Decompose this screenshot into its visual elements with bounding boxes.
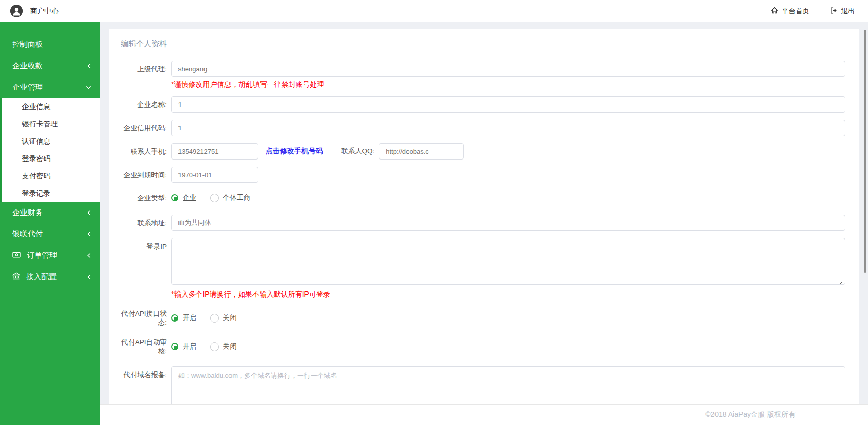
domain-report-label: 代付域名报备: [121, 366, 167, 404]
app-title: 商户中心 [30, 7, 59, 16]
brand-wrap: 商户中心 [10, 5, 59, 17]
chevron-down-icon [86, 85, 91, 90]
topnav: 平台首页 退出 [771, 7, 855, 16]
form-row-login-ip: 登录IP *输入多个IP请换行，如果不输入默认所有IP可登录 [121, 238, 845, 299]
form-row-api-status: 代付API接口状态: 开启 关闭 [121, 309, 845, 327]
sidebar-item-label: 控制面板 [12, 40, 43, 49]
radio-label: 开启 [183, 313, 196, 323]
radio-label: 个体工商 [223, 193, 250, 202]
form-row-parent-agent: 上级代理: *谨慎修改用户信息，胡乱填写一律禁封账号处理 [121, 61, 845, 89]
api-status-label: 代付API接口状态: [121, 309, 167, 327]
topbar: 商户中心 平台首页 退出 [0, 0, 868, 22]
vertical-scrollbar[interactable] [864, 30, 866, 273]
main-area: 编辑个人资料 上级代理: *谨慎修改用户信息，胡乱填写一律禁封账号处理 企业名称… [100, 22, 868, 425]
expire-date-input[interactable] [171, 167, 258, 183]
radio-circle-icon [210, 194, 219, 202]
radio-circle-icon [171, 343, 178, 350]
logout-link[interactable]: 退出 [830, 7, 855, 16]
api-auto-audit-radio-on[interactable]: 开启 [171, 342, 196, 351]
change-phone-link[interactable]: 点击修改手机号码 [266, 147, 323, 156]
company-type-radio-enterprise[interactable]: 企业 [171, 193, 196, 202]
form-row-company-name: 企业名称: [121, 96, 845, 113]
parent-agent-input[interactable] [171, 61, 845, 77]
enterprise-management-submenu: 企业信息 银行卡管理 认证信息 登录密码 支付密码 登录记录 [0, 98, 100, 202]
sidebar-subitem-login-records[interactable]: 登录记录 [2, 184, 100, 202]
form-row-contact-address: 联系地址: [121, 215, 845, 231]
api-status-radio-off[interactable]: 关闭 [210, 313, 237, 323]
company-name-label: 企业名称: [121, 96, 167, 113]
sidebar: 控制面板 企业收款 企业管理 企业信息 银行卡管理 认证信息 登录密码 支付密码… [0, 22, 100, 425]
logout-label: 退出 [841, 7, 855, 16]
sidebar-item-enterprise-management[interactable]: 企业管理 [0, 76, 100, 98]
form-row-contact-phone: 联系人手机: 点击修改手机号码 联系人QQ: [121, 143, 845, 160]
radio-circle-icon [210, 342, 219, 351]
sidebar-item-order-management[interactable]: 订单管理 [0, 245, 100, 266]
chevron-left-icon [87, 210, 91, 216]
api-status-radio-on[interactable]: 开启 [171, 313, 196, 323]
sidebar-item-label: 企业财务 [12, 208, 43, 218]
platform-home-link[interactable]: 平台首页 [771, 7, 809, 16]
login-ip-note: *输入多个IP请换行，如果不输入默认所有IP可登录 [171, 290, 845, 299]
contact-qq-input[interactable] [379, 143, 464, 160]
sidebar-item-label: 银联代付 [12, 229, 43, 239]
banknote-icon [12, 251, 21, 260]
company-type-radio-individual[interactable]: 个体工商 [210, 193, 250, 202]
sidebar-item-label: 企业收款 [12, 61, 43, 71]
logout-icon [830, 7, 837, 16]
company-type-label: 企业类型: [121, 194, 167, 202]
sidebar-subitem-pay-password[interactable]: 支付密码 [2, 167, 100, 184]
contact-phone-label: 联系人手机: [121, 143, 167, 160]
content-area: 编辑个人资料 上级代理: *谨慎修改用户信息，胡乱填写一律禁封账号处理 企业名称… [100, 22, 868, 404]
expire-date-label: 企业到期时间: [121, 167, 167, 183]
sidebar-item-dashboard[interactable]: 控制面板 [0, 34, 100, 55]
sidebar-subitem-enterprise-info[interactable]: 企业信息 [2, 98, 100, 115]
parent-agent-label: 上级代理: [121, 61, 167, 89]
sidebar-item-enterprise-collection[interactable]: 企业收款 [0, 55, 100, 76]
radio-label: 开启 [183, 342, 196, 351]
page-footer: ©2018 AiaPay金服 版权所有 [100, 404, 868, 425]
api-auto-audit-radio-off[interactable]: 关闭 [210, 342, 237, 351]
form-row-company-type: 企业类型: 企业 个体工商 [121, 193, 845, 202]
form-row-expire-date: 企业到期时间: [121, 167, 845, 183]
api-auto-audit-label: 代付API自动审核: [121, 338, 167, 355]
contact-phone-input[interactable] [171, 143, 258, 160]
login-ip-textarea[interactable] [171, 238, 845, 285]
sidebar-subitem-bank-card[interactable]: 银行卡管理 [2, 115, 100, 132]
platform-home-label: 平台首页 [782, 7, 809, 16]
bank-icon [12, 272, 20, 281]
contact-address-input[interactable] [171, 215, 845, 231]
radio-label: 关闭 [223, 313, 237, 323]
company-name-input[interactable] [171, 96, 845, 113]
layout: 控制面板 企业收款 企业管理 企业信息 银行卡管理 认证信息 登录密码 支付密码… [0, 22, 868, 425]
edit-profile-card: 编辑个人资料 上级代理: *谨慎修改用户信息，胡乱填写一律禁封账号处理 企业名称… [109, 29, 859, 404]
contact-qq-label: 联系人QQ: [341, 147, 374, 156]
credit-code-input[interactable] [171, 120, 845, 136]
radio-circle-icon [171, 194, 178, 201]
chevron-left-icon [87, 253, 91, 258]
form-row-credit-code: 企业信用代码: [121, 120, 845, 136]
chevron-left-icon [87, 63, 91, 69]
login-ip-label: 登录IP [121, 238, 167, 299]
sidebar-item-label: 企业管理 [12, 83, 43, 92]
form-row-api-auto-audit: 代付API自动审核: 开启 关闭 [121, 338, 845, 355]
sidebar-subitem-auth-info[interactable]: 认证信息 [2, 132, 100, 150]
sidebar-item-label: 订单管理 [27, 251, 57, 260]
sidebar-item-enterprise-finance[interactable]: 企业财务 [0, 202, 100, 223]
domain-report-textarea[interactable] [171, 366, 845, 404]
credit-code-label: 企业信用代码: [121, 120, 167, 136]
copyright-text: ©2018 AiaPay金服 版权所有 [705, 410, 796, 419]
sidebar-subitem-login-password[interactable]: 登录密码 [2, 150, 100, 167]
radio-label: 关闭 [223, 342, 237, 351]
radio-circle-icon [171, 314, 178, 322]
user-avatar-icon[interactable] [10, 5, 23, 17]
sidebar-item-access-config[interactable]: 接入配置 [0, 266, 100, 287]
form-row-domain-report: 代付域名报备: [121, 366, 845, 404]
page-title: 编辑个人资料 [121, 39, 845, 49]
chevron-left-icon [87, 231, 91, 237]
radio-circle-icon [210, 314, 219, 323]
home-icon [771, 7, 778, 16]
chevron-left-icon [87, 274, 91, 280]
sidebar-item-unionpay-payment[interactable]: 银联代付 [0, 223, 100, 245]
parent-agent-warning: *谨慎修改用户信息，胡乱填写一律禁封账号处理 [171, 80, 845, 89]
contact-address-label: 联系地址: [121, 215, 167, 231]
